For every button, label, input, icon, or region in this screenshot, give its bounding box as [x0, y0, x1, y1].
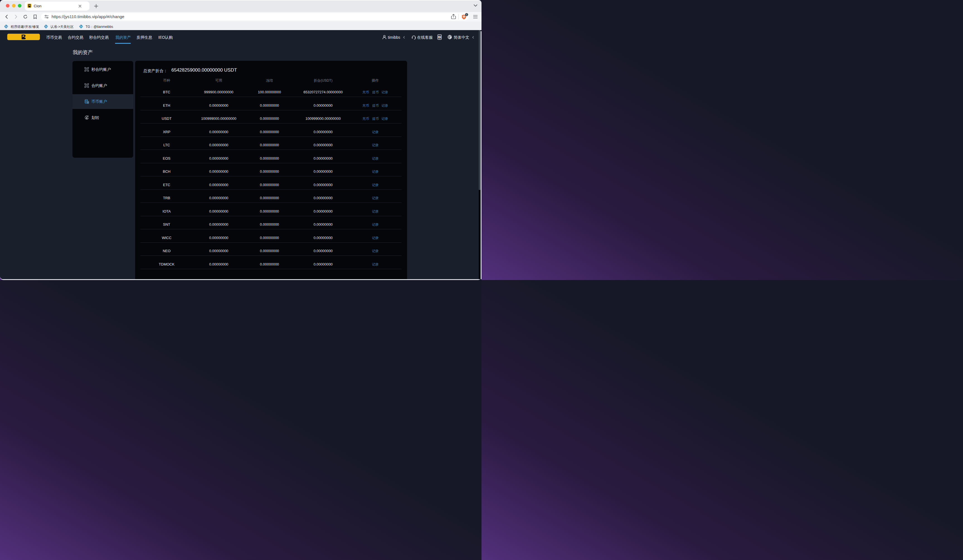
svg-text:Tm: Tm	[80, 25, 83, 28]
svg-text:APP: APP	[438, 36, 441, 38]
svg-text:Tm: Tm	[45, 25, 47, 28]
svg-text:Tm: Tm	[5, 25, 8, 28]
